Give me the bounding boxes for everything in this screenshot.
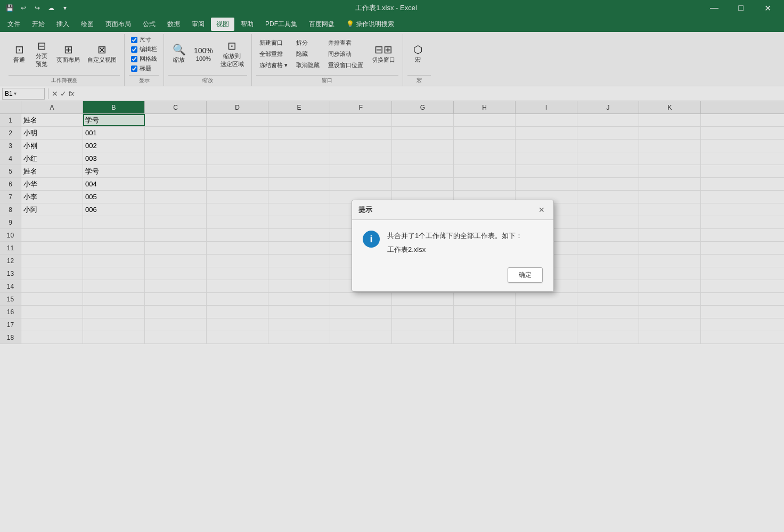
dialog-info-icon: i — [363, 231, 380, 248]
dialog-close-button[interactable]: ✕ — [536, 204, 547, 215]
dialog-overlay: 提示 ✕ i 共合并了1个工作薄下的全部工作表。如下： 工作表2.xlsx 确定 — [0, 0, 784, 532]
dialog-footer: 确定 — [352, 263, 553, 291]
dialog-subtext: 工作表2.xlsx — [387, 245, 543, 255]
dialog-box: 提示 ✕ i 共合并了1个工作薄下的全部工作表。如下： 工作表2.xlsx 确定 — [352, 200, 554, 292]
dialog-confirm-button[interactable]: 确定 — [508, 267, 543, 283]
dialog-message: 共合并了1个工作薄下的全部工作表。如下： — [387, 231, 543, 242]
dialog-body: i 共合并了1个工作薄下的全部工作表。如下： 工作表2.xlsx — [352, 220, 553, 263]
dialog-content: 共合并了1个工作薄下的全部工作表。如下： 工作表2.xlsx — [387, 231, 543, 255]
dialog-title: 提示 — [358, 205, 372, 215]
dialog-titlebar: 提示 ✕ — [352, 200, 553, 220]
